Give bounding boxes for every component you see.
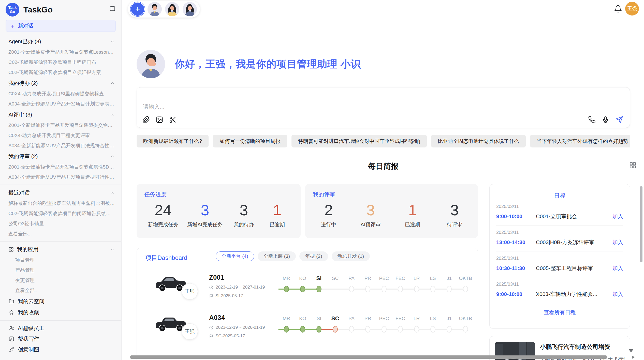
- phone-icon[interactable]: [588, 116, 596, 124]
- member-avatar[interactable]: [148, 2, 162, 16]
- sidebar-item-quill[interactable]: 创意制图: [0, 344, 121, 355]
- sidebar-item[interactable]: 公司Q3轻卡销量: [0, 219, 121, 229]
- milestone-dot: [382, 286, 387, 292]
- join-link[interactable]: 加入: [612, 291, 623, 298]
- scroll-down-arrow-icon[interactable]: [629, 349, 633, 352]
- dashboard-tab[interactable]: 全新上装 (3): [258, 251, 296, 261]
- sidebar-item[interactable]: C0X4-动力总成开发项目工程变更评审: [0, 130, 121, 141]
- sidebar-item-users[interactable]: AI超级员工: [0, 323, 121, 334]
- join-link[interactable]: 加入: [612, 239, 623, 246]
- milestone-labels: MRKOSISCPAPRPECFECLRLSJ1OKTB: [278, 315, 474, 322]
- user-avatar-badge[interactable]: 王强: [625, 2, 639, 16]
- sidebar-item-folder[interactable]: 我的云空间: [0, 296, 121, 307]
- notification-bell-icon[interactable]: [614, 5, 622, 13]
- image-icon[interactable]: [156, 116, 163, 124]
- milestone-label: SI: [311, 275, 327, 282]
- sidebar-item-label: 帮我写作: [18, 335, 39, 342]
- stat-value: 1: [265, 201, 289, 219]
- sidebar-section-header-recent[interactable]: 最近对话: [0, 187, 121, 198]
- sidebar-section-header-sec3[interactable]: 我的评审 (2): [0, 151, 121, 162]
- attachment-icon[interactable]: [142, 116, 150, 124]
- sidebar-collapse-icon[interactable]: [109, 6, 116, 12]
- sidebar-item[interactable]: 产品管理: [0, 265, 121, 275]
- scissors-icon[interactable]: [169, 116, 177, 124]
- chevron-up-icon: [110, 81, 115, 85]
- milestone-label: MR: [278, 315, 295, 322]
- milestone-dot: [333, 326, 338, 333]
- dashboard-tab[interactable]: 全新平台 (4): [216, 251, 254, 261]
- sidebar-section-header-sec0[interactable]: Agent已办 (3): [0, 36, 121, 47]
- logo-text-top: Task: [8, 6, 17, 10]
- microphone-icon[interactable]: [602, 116, 609, 124]
- layout-grid-icon[interactable]: [629, 162, 636, 169]
- folder-icon: [8, 298, 14, 304]
- dashboard-tab[interactable]: 年型 (2): [299, 251, 328, 261]
- new-chat-button[interactable]: ＋ 新对话: [6, 20, 116, 32]
- milestone-dot: [430, 326, 435, 333]
- divider: [0, 241, 121, 242]
- sidebar-item[interactable]: C02-飞腾新能源轻客改款项目里程碑画布: [0, 57, 121, 67]
- stat-value: 3: [358, 201, 383, 219]
- stat-value: 1: [400, 201, 425, 219]
- sidebar-section-header-sec1[interactable]: 我的待办 (2): [0, 78, 121, 89]
- suggestion-chip[interactable]: 特朗普可能对进口汽车增税会对中国车企造成哪些影响: [291, 135, 427, 147]
- member-avatar[interactable]: [183, 2, 197, 16]
- sidebar-item[interactable]: 解释最新出台的欧盟报废车法规再生塑料比例被调至15%...: [0, 198, 121, 208]
- schedule-event: 2025/03/119:00-10:00C001-立项审批会加入: [496, 200, 623, 226]
- suggestion-chip[interactable]: 当下年轻人对汽车外观有怎样的喜好趋势: [530, 135, 630, 147]
- sidebar-item[interactable]: Z001-全新燃油轻卡产品开发项目SI造型提交物评审: [0, 120, 121, 130]
- project-code: Z001: [209, 274, 224, 281]
- suggestion-chip[interactable]: 如何写一份清晰的项目周报: [213, 135, 287, 147]
- sidebar-item[interactable]: C02-飞腾新能源轻客改款项目的闭环通告反馈情况: [0, 208, 121, 219]
- sidebar-item[interactable]: C0X4-动力总成开发项目SI里程碑提交物检查: [0, 89, 121, 99]
- add-member-button[interactable]: +: [131, 3, 144, 16]
- project-flag-milestone: SC-2025-05-17: [209, 334, 245, 339]
- milestone-label: FEC: [392, 275, 408, 282]
- sidebar-item[interactable]: A034-全新新能源MUV产品开发项目计划变更表编写: [0, 99, 121, 109]
- chat-input[interactable]: [143, 102, 499, 112]
- sidebar-item[interactable]: A034-全新新能源MUV产品开发项目造型可行性评审: [0, 172, 121, 182]
- sidebar-item[interactable]: 查看全部...: [0, 286, 121, 296]
- sidebar-item[interactable]: A034-全新新能源MUV产品开发项目法规符合性评审: [0, 141, 121, 151]
- dashboard-tab[interactable]: 动总开发 (1): [332, 251, 370, 261]
- sidebar-item-write[interactable]: 帮我写作: [0, 334, 121, 344]
- sidebar-item[interactable]: Z001-全新燃油皮卡产品开发项目SI节点Lesson Learn报告: [0, 47, 121, 57]
- sidebar-section-header-apps[interactable]: 我的应用: [0, 244, 121, 255]
- join-link[interactable]: 加入: [612, 213, 623, 220]
- milestone-dot: [365, 286, 370, 292]
- scroll-right-arrow-icon[interactable]: [632, 355, 635, 359]
- dashboard-title: 项目Dashboard: [145, 254, 187, 262]
- suggestion-chip[interactable]: 欧洲新规最近颁布了什么?: [137, 135, 209, 147]
- project-dates: 2023-12-19 ~ 2026-01-19: [209, 325, 265, 330]
- quill-icon: [8, 347, 14, 353]
- sidebar-item[interactable]: Z001-全新燃油轻卡产品开发项目SI节点属性5D文件评审: [0, 162, 121, 172]
- sidebar-item-star[interactable]: 我的收藏: [0, 307, 121, 318]
- send-icon[interactable]: [616, 116, 623, 124]
- join-link[interactable]: 加入: [612, 265, 623, 272]
- horizontal-scrollbar[interactable]: [130, 355, 607, 359]
- sidebar-item[interactable]: 项目管理: [0, 255, 121, 265]
- main-area: + 王强: [122, 0, 644, 360]
- milestone-dot: [316, 286, 321, 292]
- member-avatar[interactable]: [165, 2, 179, 16]
- stat-row: 2进行中3AI预评审1已逾期3待评审: [313, 201, 470, 228]
- users-icon: [8, 325, 14, 331]
- section-title-text: 最近对话: [8, 189, 30, 196]
- section-title-text: AI评审 (3): [8, 111, 32, 118]
- view-all-schedule-link[interactable]: 查看所有日程: [496, 309, 623, 316]
- sidebar-item[interactable]: C02-飞腾新能源轻客改款项目立项汇报方案: [0, 67, 121, 78]
- stat-label: 新增AI完成任务: [187, 221, 223, 228]
- suggestion-chip[interactable]: 比亚迪全固态电池计划具体说了什么: [431, 135, 526, 147]
- apps-grid-icon: [8, 247, 14, 252]
- milestone-label: SI: [311, 315, 327, 322]
- stat-value: 3: [442, 201, 467, 219]
- sidebar-item[interactable]: 变更管理: [0, 275, 121, 286]
- milestone-label: FEC: [392, 315, 408, 322]
- vertical-scrollbar[interactable]: [640, 186, 642, 262]
- section-title-text: 我的应用: [17, 246, 38, 253]
- app-window: Task Go TaskGo ＋ 新对话 Agent已办 (3)Z001-全新燃…: [0, 0, 644, 360]
- stat-card-title: 我的评审: [313, 191, 470, 198]
- schedule-title: 日程: [496, 192, 623, 200]
- sidebar-item[interactable]: 查看全部...: [0, 229, 121, 239]
- sidebar-section-header-sec2[interactable]: AI评审 (3): [0, 109, 121, 120]
